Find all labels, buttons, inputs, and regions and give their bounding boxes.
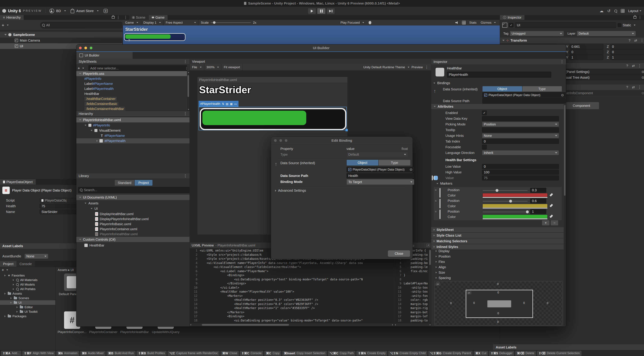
marker-position-slider[interactable]	[482, 190, 528, 191]
hierarchy-tab[interactable]: ≡Hierarchy	[0, 15, 24, 20]
marker-color-swatch[interactable]	[482, 204, 548, 208]
style-foldout[interactable]: Size	[431, 270, 564, 275]
help-icon[interactable]: ?	[626, 64, 628, 68]
panel-settings-field[interactable]: (Panel Settings)⊙	[564, 69, 644, 74]
zoom-window-button[interactable]	[90, 46, 92, 49]
foldout-open-icon[interactable]	[84, 125, 86, 126]
play-button[interactable]	[308, 8, 316, 14]
eyedropper-icon[interactable]	[550, 204, 553, 207]
selector-row[interactable]: #PlayerInfo	[76, 76, 187, 81]
layout-dropdown[interactable]: Layout	[628, 9, 641, 13]
margin-left-value[interactable]: 0	[450, 302, 452, 305]
help-icon[interactable]: ?	[628, 38, 630, 42]
attribute-text-field[interactable]	[482, 116, 559, 121]
project-tree-row[interactable]: ★ All Models	[0, 282, 55, 287]
play-focused-dropdown[interactable]: Play Focused	[340, 21, 364, 24]
inspector-menu-icon[interactable]: ⋮	[638, 15, 642, 20]
component-menu-icon[interactable]: ⋮	[638, 64, 642, 68]
attribute-text-field[interactable]: 0	[482, 139, 559, 144]
attribute-row[interactable]: Usage Hints None None	[431, 133, 563, 138]
gizmos-dropdown[interactable]: Gizmos	[481, 21, 496, 24]
uss-v-scrollbar[interactable]	[429, 249, 431, 323]
binding-mode-dropdown[interactable]: To Target	[346, 179, 414, 185]
console-tab[interactable]: Console	[16, 261, 35, 267]
panel-menu-icon[interactable]: ⋮	[116, 15, 120, 20]
remove-marker-button[interactable]: −	[550, 220, 558, 226]
attribute-dropdown[interactable]: None	[482, 133, 559, 138]
foldout-open-icon[interactable]	[79, 73, 81, 74]
style-foldout[interactable]: Flex	[431, 259, 564, 264]
element-row-playerinfo[interactable]: #PlayerInfo	[76, 123, 198, 128]
inspector-lock-icon[interactable]	[634, 16, 636, 18]
source-type-tab[interactable]: Type	[522, 86, 562, 92]
inspector-tab[interactable]: ⓘInspector	[500, 15, 524, 20]
selector-row[interactable]: HealthBar	[76, 91, 187, 96]
asset-inspector-tab[interactable]: PlayerDataObject	[0, 179, 36, 184]
presets-icon[interactable]: ⇄	[632, 85, 635, 89]
project-tree-row[interactable]: ★ Scenes	[0, 296, 55, 300]
minimize-window-button[interactable]	[84, 46, 87, 49]
presets-icon[interactable]: ⇄	[632, 64, 635, 68]
attribute-row[interactable]: View Data Key	[431, 116, 563, 122]
source-object-tab[interactable]: Object	[482, 86, 522, 92]
marker-item[interactable]: ≡ Position 0.3 Color	[434, 188, 562, 198]
layer-dropdown[interactable]: Default	[577, 31, 636, 36]
uss-code[interactable]: 1#PlayerInfo { 2 padding-to 3 padding-ri…	[394, 249, 428, 323]
foldout-open-icon[interactable]	[79, 197, 81, 198]
stylesheets-scrollbar[interactable]	[187, 71, 190, 111]
canvas-health-bar[interactable]	[200, 108, 346, 130]
marker-slider-handle[interactable]	[509, 200, 512, 202]
project-create-button[interactable]: +	[2, 268, 4, 272]
attribute-text-field[interactable]	[482, 128, 559, 132]
assetbundle-dropdown[interactable]: None	[24, 254, 48, 259]
static-toggle[interactable]: Static	[618, 23, 636, 27]
uxml-code[interactable]: 1<ui:UXML xmlns:ui="UnityEngine.UIElem 2…	[190, 249, 394, 323]
element-name-field[interactable]: PlayerHealth	[447, 72, 551, 78]
marker-position-field[interactable]: 0.3	[530, 188, 546, 193]
bindings-foldout-icon[interactable]	[433, 82, 435, 84]
inspector-scrollbar[interactable]	[564, 104, 566, 326]
foldout-closed-icon[interactable]	[96, 140, 98, 142]
library-doc-row[interactable]: </> DisplayHealthBar.uxml	[76, 212, 190, 216]
source-object-tab[interactable]: Object	[346, 160, 378, 166]
dialog-titlebar[interactable]: Edit Binding	[271, 137, 412, 144]
stylesheets-menu-icon[interactable]: ⋮	[184, 59, 187, 64]
attribute-checkbox[interactable]: ✓	[482, 110, 487, 115]
uxml-file-row[interactable]: PlayerInfoHealthBar.uxml	[76, 118, 192, 122]
services-icon[interactable]: D	[104, 9, 108, 13]
library-standard-tab[interactable]: Standard	[114, 180, 134, 186]
project-tree-row[interactable]: ★ Packages	[0, 314, 55, 318]
close-button[interactable]: Close	[388, 250, 410, 257]
tag-dropdown[interactable]: Untagged	[510, 31, 564, 36]
drag-handle-icon[interactable]: ≡	[435, 210, 437, 214]
mute-audio-icon[interactable]	[455, 21, 459, 24]
library-doc-row[interactable]: </> PlayerInfoBasic.uxml	[76, 222, 190, 226]
attribute-row[interactable]: Tab Index 0 0	[431, 138, 563, 144]
foldout-open-icon[interactable]	[90, 208, 92, 209]
library-doc-row[interactable]: </> DisplayPlayerInfoHealthBar.uxml	[76, 216, 190, 222]
project-tree-row[interactable]: ★ UI	[0, 300, 55, 305]
aspect-dropdown[interactable]: Free Aspect	[163, 21, 198, 24]
uxml-h-scrollbar[interactable]	[190, 323, 394, 326]
eyedropper-icon[interactable]	[550, 193, 553, 196]
display-dropdown[interactable]: Display 1	[141, 21, 163, 24]
add-component-button[interactable]: Component	[564, 102, 599, 109]
style-section-header[interactable]: StyleSheet	[431, 227, 564, 232]
axis-value-field[interactable]: 0	[610, 50, 644, 54]
library-menu-icon[interactable]: ⋮	[184, 174, 187, 178]
style-section-header[interactable]: Matching Selectors	[431, 238, 564, 244]
foldout-open-icon[interactable]	[4, 34, 7, 36]
step-button[interactable]	[327, 8, 335, 14]
pause-button[interactable]	[317, 8, 325, 14]
attribute-checkbox[interactable]	[482, 145, 487, 150]
game-target-dropdown[interactable]: Game	[122, 21, 141, 24]
axis-value-field[interactable]: 0	[570, 50, 604, 54]
asset-store-button[interactable]: Asset Store	[76, 9, 94, 13]
selection-chip[interactable]: #PlayerHealth ⇅ ▤ ▦ ▭	[198, 101, 238, 107]
uss-h-scrollbar[interactable]	[394, 323, 431, 326]
marker-position-slider[interactable]	[482, 212, 528, 212]
library-assets-row[interactable]: Assets	[76, 201, 198, 206]
dock-menu-icon[interactable]: ⋮	[124, 15, 128, 20]
library-search-input[interactable]: Search...	[78, 187, 192, 193]
asset-labels-bar[interactable]: Asset Labels	[493, 344, 644, 350]
